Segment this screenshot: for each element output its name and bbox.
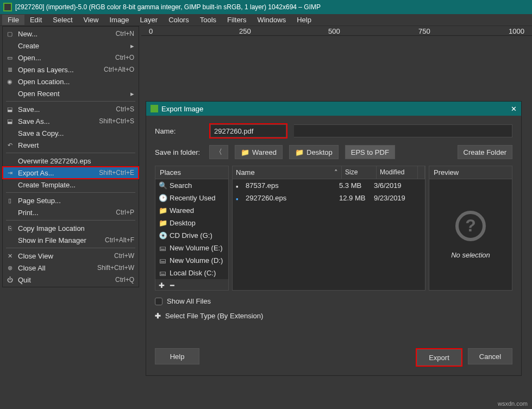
- dialog-titlebar: Export Image ✕: [146, 102, 521, 116]
- sort-asc-icon: ˄: [334, 168, 338, 177]
- separator: [6, 153, 135, 153]
- close-icon: ✕: [6, 253, 14, 260]
- menu-item-show-file-manager[interactable]: Show in File ManagerCtrl+Alt+F: [3, 234, 139, 246]
- menu-item-new[interactable]: ▢New...Ctrl+N: [3, 28, 139, 40]
- menu-item-quit[interactable]: ⏻QuitCtrl+Q: [3, 274, 139, 286]
- disk-icon: 🖴: [159, 256, 166, 265]
- cancel-button[interactable]: Cancel: [468, 348, 512, 364]
- file-icon: ▪: [236, 195, 242, 202]
- files-pane: Name˄ Size Modified ▪87537.eps 5.3 MB 3/…: [232, 166, 425, 291]
- menu-item-revert[interactable]: ↶Revert: [3, 139, 139, 151]
- col-size[interactable]: Size: [342, 166, 377, 179]
- place-recent[interactable]: 🕑Recently Used: [155, 192, 228, 204]
- places-header: Places: [155, 166, 228, 179]
- place-desktop[interactable]: 📁Desktop: [155, 217, 228, 229]
- menu-colors[interactable]: Colors: [163, 15, 195, 25]
- menu-filters[interactable]: Filters: [222, 15, 252, 25]
- folder-icon: 📁: [295, 148, 304, 156]
- menu-edit[interactable]: Edit: [24, 15, 47, 25]
- no-selection-label: No selection: [451, 251, 490, 259]
- open-icon: ▭: [6, 54, 14, 61]
- watermark: wsxdn.com: [498, 400, 528, 407]
- preview-pane: Preview ? No selection: [429, 166, 512, 291]
- folder-icon: 📁: [159, 206, 166, 215]
- menu-select[interactable]: Select: [47, 15, 78, 25]
- disk-icon: 🖴: [159, 269, 166, 277]
- search-icon: 🔍: [159, 181, 166, 190]
- menu-item-create[interactable]: Create▸: [3, 40, 139, 52]
- create-folder-button[interactable]: Create Folder: [458, 145, 512, 159]
- export-button[interactable]: Export: [417, 349, 461, 366]
- recent-icon: 🕑: [159, 194, 166, 202]
- menu-item-open[interactable]: ▭Open...Ctrl+O: [3, 52, 139, 64]
- menu-item-create-template[interactable]: Create Template...: [3, 179, 139, 191]
- place-local-c[interactable]: 🖴Local Disk (C:): [155, 267, 228, 279]
- menu-item-save-as[interactable]: ⬓Save As...Shift+Ctrl+S: [3, 115, 139, 127]
- question-icon: ?: [455, 211, 486, 241]
- new-icon: ▢: [6, 30, 14, 37]
- path-segment-eps-to-pdf[interactable]: EPS to PDF: [345, 145, 395, 159]
- menu-file[interactable]: File: [2, 15, 24, 25]
- path-segment-desktop[interactable]: 📁Desktop: [289, 145, 339, 159]
- folder-icon: 📁: [159, 219, 166, 227]
- menu-item-overwrite[interactable]: Overwrite 2927260.eps: [3, 155, 139, 167]
- menu-item-save[interactable]: ⬓Save...Ctrl+S: [3, 103, 139, 115]
- select-file-type-toggle[interactable]: ✚ Select File Type (By Extension): [155, 312, 512, 320]
- menu-item-open-location[interactable]: ◉Open Location...: [3, 75, 139, 87]
- path-back-button[interactable]: 〈: [209, 145, 228, 159]
- show-all-files-toggle[interactable]: Show All Files: [155, 297, 512, 305]
- revert-icon: ↶: [6, 142, 14, 149]
- menu-item-export-as[interactable]: ⇥Export As...Shift+Ctrl+E: [3, 167, 139, 179]
- titlebar: [2927260] (imported)-5.0 (RGB color 8-bi…: [0, 0, 532, 14]
- save-in-label: Save in folder:: [155, 148, 203, 156]
- menu-item-open-layers[interactable]: ≣Open as Layers...Ctrl+Alt+O: [3, 64, 139, 75]
- menu-windows[interactable]: Windows: [252, 15, 291, 25]
- close-icon[interactable]: ✕: [511, 105, 517, 113]
- filename-input[interactable]: [210, 124, 286, 137]
- separator: [6, 220, 135, 221]
- menu-help[interactable]: Help: [291, 15, 317, 25]
- col-name[interactable]: Name˄: [233, 166, 342, 179]
- file-row[interactable]: ▪2927260.eps 12.9 MB 9/23/2019: [233, 192, 425, 204]
- place-search[interactable]: 🔍Search: [155, 179, 228, 192]
- menu-item-print[interactable]: Print...Ctrl+P: [3, 206, 139, 218]
- svg-rect-1: [4, 4, 11, 10]
- place-wareed[interactable]: 📁Wareed: [155, 204, 228, 217]
- menubar: File Edit Select View Image Layer Colors…: [0, 14, 532, 26]
- menu-item-close-all[interactable]: ⊗Close AllShift+Ctrl+W: [3, 262, 139, 274]
- cd-icon: 💿: [159, 231, 166, 240]
- ruler-horizontal: 0 250 500 750 1000: [141, 26, 532, 36]
- menu-image[interactable]: Image: [104, 15, 134, 25]
- preview-header: Preview: [429, 166, 512, 179]
- export-icon: ⇥: [6, 169, 14, 177]
- path-segment-wareed[interactable]: 📁Wareed: [235, 145, 283, 159]
- plus-icon: ✚: [155, 312, 161, 320]
- chevron-left-icon: 〈: [215, 147, 222, 157]
- copy-icon: ⎘: [6, 225, 14, 231]
- place-vol-d[interactable]: 🖴New Volume (D:): [155, 254, 228, 267]
- checkbox-icon: [155, 298, 162, 305]
- place-vol-e[interactable]: 🖴New Volume (E:): [155, 242, 228, 254]
- menu-item-open-recent[interactable]: Open Recent▸: [3, 87, 139, 99]
- add-place-button[interactable]: ✚: [159, 281, 165, 290]
- help-button[interactable]: Help: [155, 348, 199, 364]
- file-menu-dropdown: ▢New...Ctrl+N Create▸ ▭Open...Ctrl+O ≣Op…: [2, 26, 139, 287]
- menu-view[interactable]: View: [78, 15, 104, 25]
- filename-input-extended[interactable]: [294, 124, 512, 137]
- separator: [6, 101, 135, 102]
- col-modified[interactable]: Modified: [377, 166, 418, 179]
- file-row[interactable]: ▪87537.eps 5.3 MB 3/6/2019: [233, 179, 425, 192]
- chevron-right-icon: ▸: [130, 90, 134, 98]
- menu-layer[interactable]: Layer: [135, 15, 164, 25]
- remove-place-button[interactable]: ━: [170, 281, 174, 290]
- menu-tools[interactable]: Tools: [195, 15, 222, 25]
- menu-item-save-copy[interactable]: Save a Copy...: [3, 127, 139, 139]
- menu-item-close-view[interactable]: ✕Close ViewCtrl+W: [3, 250, 139, 262]
- name-label: Name:: [155, 127, 203, 135]
- app-icon: [151, 105, 158, 112]
- svg-rect-2: [151, 105, 158, 112]
- menu-item-copy-location[interactable]: ⎘Copy Image Location: [3, 222, 139, 234]
- menu-item-page-setup[interactable]: ▯Page Setup...: [3, 194, 139, 206]
- chevron-right-icon: ▸: [130, 42, 134, 50]
- place-cd[interactable]: 💿CD Drive (G:): [155, 229, 228, 242]
